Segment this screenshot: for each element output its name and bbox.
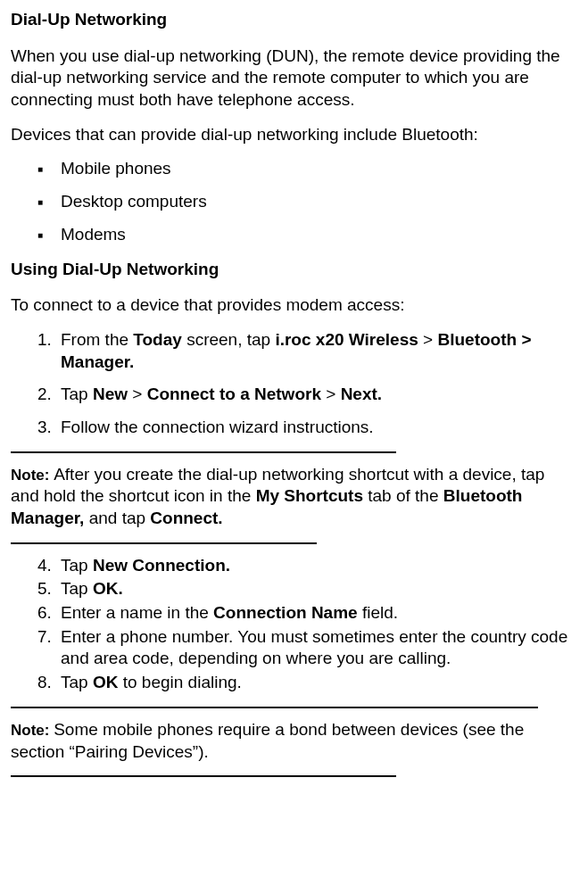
note-2: Note: Some mobile phones require a bond … <box>11 719 577 763</box>
list-item: Tap OK to begin dialing. <box>11 672 577 694</box>
note-label: Note: <box>11 467 54 484</box>
heading-dun: Dial-Up Networking <box>11 9 577 31</box>
steps-list-a: From the Today screen, tap i.roc x20 Wir… <box>11 329 577 439</box>
paragraph-intro: When you use dial-up networking (DUN), t… <box>11 46 577 112</box>
list-item: Tap New Connection. <box>11 555 577 577</box>
list-item: Enter a phone number. You must sometimes… <box>11 626 577 670</box>
device-list: Mobile phones Desktop computers Modems <box>11 158 577 245</box>
divider <box>11 775 396 777</box>
steps-list-b: Tap New Connection. Tap OK. Enter a name… <box>11 555 577 694</box>
list-item: Enter a name in the Connection Name fiel… <box>11 602 577 625</box>
list-item: From the Today screen, tap i.roc x20 Wir… <box>11 329 577 373</box>
paragraph-devices-intro: Devices that can provide dial-up network… <box>11 124 577 146</box>
list-item: Tap OK. <box>11 578 577 600</box>
list-item: Modems <box>11 224 577 246</box>
note-label: Note: <box>11 722 54 739</box>
note-1: Note: After you create the dial-up netwo… <box>11 464 577 530</box>
list-item: Mobile phones <box>11 158 577 180</box>
divider <box>11 707 538 708</box>
list-item: Desktop computers <box>11 191 577 213</box>
list-item: Follow the connection wizard instruction… <box>11 417 577 439</box>
divider <box>11 451 396 453</box>
list-item: Tap New > Connect to a Network > Next. <box>11 384 577 406</box>
divider <box>11 542 317 544</box>
heading-using-dun: Using Dial-Up Networking <box>11 259 577 281</box>
paragraph-connect-intro: To connect to a device that provides mod… <box>11 294 577 317</box>
